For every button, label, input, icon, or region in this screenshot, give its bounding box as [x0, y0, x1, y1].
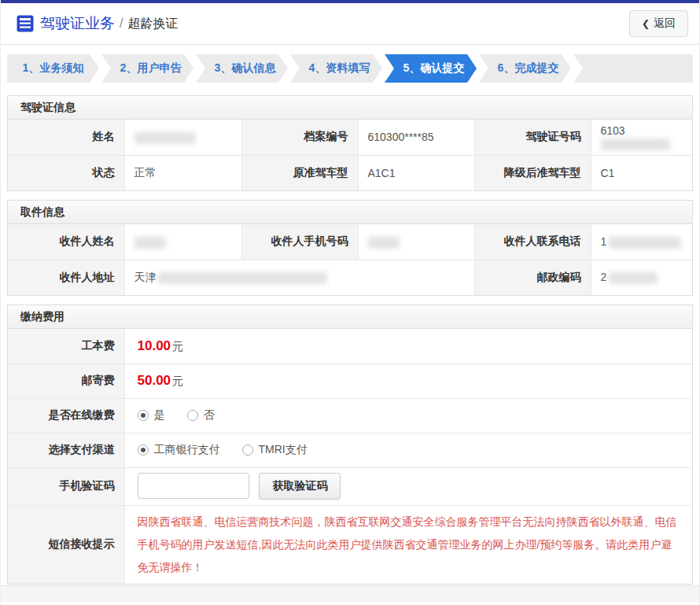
- fee-unit: 元: [172, 340, 183, 352]
- redacted-value: [609, 272, 658, 284]
- page-title: 驾驶证业务: [40, 13, 115, 34]
- address-prefix: 天津: [134, 271, 157, 283]
- section-pickup-title: 取件信息: [8, 201, 692, 224]
- pay-channel-label: 选择支付渠道: [8, 433, 124, 467]
- table-row: 工本费 10.00元: [8, 329, 692, 363]
- table-row: 手机验证码 获取验证码: [8, 467, 692, 505]
- radio-icon[interactable]: [138, 410, 149, 421]
- table-row: 短信接收提示 因陕西省联通、电信运营商技术问题，陕西省互联网交通安全综合服务管理…: [8, 505, 692, 584]
- downgraded-class-label: 降级后准驾车型: [474, 155, 591, 190]
- sms-code-input[interactable]: [138, 473, 249, 499]
- fees-table: 工本费 10.00元 邮寄费 50.00元 是否在线缴费 是: [8, 329, 692, 584]
- online-pay-options: 是 否: [124, 398, 692, 433]
- pay-channel-options: 工商银行支付 TMRI支付: [124, 433, 692, 467]
- breadcrumb-separator: /: [120, 17, 123, 31]
- sms-tip-cell: 因陕西省联通、电信运营商技术问题，陕西省互联网交通安全综合服务管理平台无法向持陕…: [124, 505, 692, 584]
- recipient-mobile-value: [358, 224, 474, 260]
- fee-unit: 元: [172, 374, 183, 387]
- section-license-info: 驾驶证信息 姓名 档案编号 610300****85 驾驶证号码 6103 状态…: [7, 95, 693, 191]
- step-1-notice: 1、业务须知: [7, 54, 99, 83]
- orig-class-label: 原准驾车型: [241, 155, 358, 190]
- work-fee-amount: 10.00: [138, 338, 171, 353]
- recipient-phone-label: 收件人联系电话: [474, 224, 591, 260]
- header: 驾驶证业务 / 超龄换证 ❮ 返回: [1, 3, 699, 45]
- orig-class-value: A1C1: [358, 155, 474, 190]
- work-fee-label: 工本费: [8, 329, 124, 363]
- redacted-value: [609, 237, 681, 249]
- file-no-value: 610300****85: [358, 120, 474, 155]
- table-row: 收件人地址 天津 邮政编码 2: [8, 260, 692, 295]
- section-fees: 缴纳费用 工本费 10.00元 邮寄费 50.00元 是否在线缴费: [7, 304, 693, 585]
- file-no-label: 档案编号: [241, 120, 358, 155]
- license-no-prefix: 6103: [601, 124, 625, 137]
- address-label: 收件人地址: [8, 260, 124, 295]
- post-fee-amount: 50.00: [138, 373, 171, 388]
- back-button-label: 返回: [654, 17, 676, 31]
- step-5-confirm-submit: 5、确认提交: [385, 54, 477, 83]
- radio-icon[interactable]: [242, 445, 253, 456]
- status-label: 状态: [8, 155, 124, 190]
- channel-icbc-label: 工商银行支付: [154, 443, 220, 457]
- step-6-finish: 6、完成提交: [479, 54, 571, 83]
- recipient-phone-value: 1: [591, 224, 692, 260]
- redacted-value: [158, 272, 327, 284]
- section-pickup-info: 取件信息 收件人姓名 收件人手机号码 收件人联系电话 1 收件人地址 天津 邮政…: [7, 200, 693, 296]
- page: 驾驶证业务 / 超龄换证 ❮ 返回 1、业务须知 2、用户申告 3、确认信息 4…: [0, 0, 700, 605]
- work-fee-value: 10.00元: [124, 329, 692, 363]
- section-license-title: 驾驶证信息: [8, 96, 692, 120]
- online-pay-yes-option[interactable]: 是: [138, 408, 165, 422]
- post-fee-label: 邮寄费: [8, 363, 124, 398]
- step-2-declaration: 2、用户申告: [101, 54, 193, 83]
- table-row: 邮寄费 50.00元: [8, 363, 692, 398]
- name-label: 姓名: [8, 120, 124, 155]
- table-row: 姓名 档案编号 610300****85 驾驶证号码 6103: [8, 120, 692, 155]
- page-subtitle: 超龄换证: [127, 16, 178, 32]
- postcode-label: 邮政编码: [474, 260, 591, 295]
- table-row: 状态 正常 原准驾车型 A1C1 降级后准驾车型 C1: [8, 155, 692, 190]
- recipient-name-value: [124, 224, 241, 260]
- table-row: 选择支付渠道 工商银行支付 TMRI支付: [8, 433, 692, 467]
- redacted-value: [134, 237, 166, 249]
- online-pay-no-option[interactable]: 否: [187, 408, 215, 422]
- get-sms-code-button[interactable]: 获取验证码: [259, 473, 341, 500]
- footer-strip: [1, 585, 699, 602]
- postcode-prefix: 2: [601, 271, 607, 283]
- post-fee-value: 50.00元: [124, 363, 692, 398]
- sms-code-label: 手机验证码: [8, 467, 124, 505]
- downgraded-class-value: C1: [591, 155, 692, 190]
- step-3-confirm-info: 3、确认信息: [196, 54, 288, 83]
- license-no-label: 驾驶证号码: [474, 120, 591, 155]
- sms-code-field: 获取验证码: [124, 467, 692, 505]
- sms-tip-text: 因陕西省联通、电信运营商技术问题，陕西省互联网交通安全综合服务管理平台无法向持陕…: [138, 506, 693, 584]
- channel-icbc-option[interactable]: 工商银行支付: [138, 443, 220, 457]
- sms-tip-label: 短信接收提示: [8, 505, 124, 584]
- redacted-value: [601, 138, 670, 150]
- table-row: 是否在线缴费 是 否: [8, 398, 692, 433]
- chevron-left-icon: ❮: [642, 18, 650, 29]
- license-table: 姓名 档案编号 610300****85 驾驶证号码 6103 状态 正常 原准…: [8, 120, 692, 190]
- recipient-name-label: 收件人姓名: [8, 224, 124, 260]
- step-wizard: 1、业务须知 2、用户申告 3、确认信息 4、资料填写 5、确认提交 6、完成提…: [7, 54, 693, 83]
- postcode-value: 2: [591, 260, 692, 295]
- name-value: [124, 120, 241, 155]
- section-fees-title: 缴纳费用: [8, 305, 692, 329]
- online-pay-no-label: 否: [204, 408, 215, 422]
- list-icon: [17, 15, 34, 32]
- recipient-phone-prefix: 1: [601, 235, 607, 248]
- online-pay-label: 是否在线缴费: [8, 398, 124, 433]
- redacted-value: [134, 132, 196, 144]
- step-4-fill-data: 4、资料填写: [290, 54, 382, 83]
- back-button[interactable]: ❮ 返回: [629, 10, 688, 37]
- radio-icon[interactable]: [187, 410, 198, 421]
- table-row: 收件人姓名 收件人手机号码 收件人联系电话 1: [8, 224, 692, 260]
- channel-tmri-label: TMRI支付: [259, 443, 308, 457]
- step-wizard-filler: [573, 54, 693, 83]
- pickup-table: 收件人姓名 收件人手机号码 收件人联系电话 1 收件人地址 天津 邮政编码 2: [8, 224, 692, 295]
- redacted-value: [368, 237, 400, 249]
- address-value: 天津: [124, 260, 474, 295]
- channel-tmri-option[interactable]: TMRI支付: [242, 443, 308, 457]
- radio-icon[interactable]: [138, 445, 149, 456]
- status-value: 正常: [124, 155, 241, 190]
- recipient-mobile-label: 收件人手机号码: [241, 224, 358, 260]
- online-pay-yes-label: 是: [154, 408, 165, 422]
